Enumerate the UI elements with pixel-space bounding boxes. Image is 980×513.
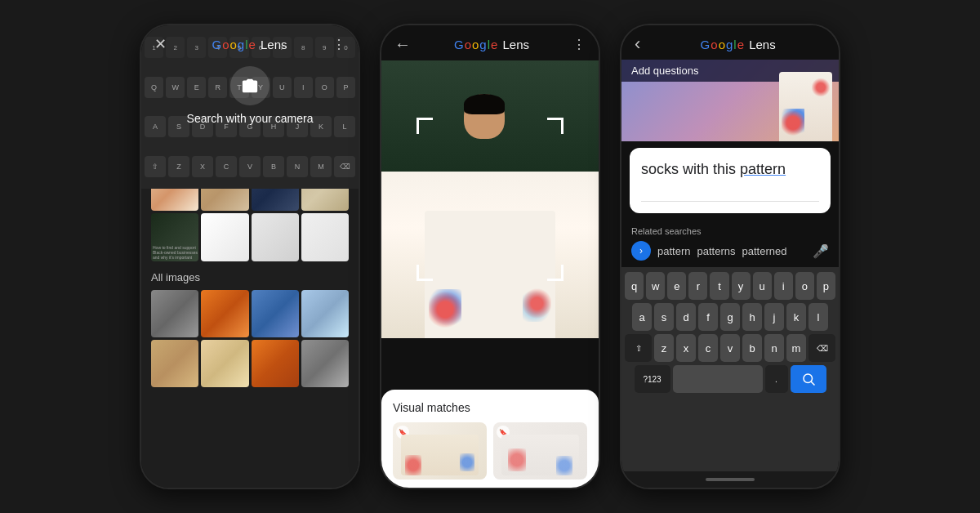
black-gap [381,338,599,390]
period-key[interactable]: . [765,365,788,393]
key-r[interactable]: r [688,272,707,300]
phone-1: 1234567890 QWERTYUIOP ASDFGHJKL ⇧ZXCVBNM… [140,24,360,489]
all-images-title: All images [151,271,200,283]
camera-search-area: Search with your camera [141,60,359,135]
key-f[interactable]: f [698,303,718,331]
screenshot-thumb-7[interactable] [252,213,299,261]
key-o[interactable]: o [795,272,814,300]
query-text: socks with this pattern [641,159,819,180]
key-s[interactable]: s [654,303,674,331]
phone-3: ‹ Google Lens Add questions socks with t… [620,24,840,489]
numbers-key[interactable]: ?123 [635,365,670,393]
key-i[interactable]: i [774,272,793,300]
key-g[interactable]: g [720,303,740,331]
query-card: socks with this pattern [630,148,831,213]
bottom-bar [621,471,839,488]
shift-key[interactable]: ⇧ [625,334,652,362]
image-thumb-2[interactable] [201,290,248,337]
go-button[interactable]: › [631,241,651,261]
image-thumb-3[interactable] [252,290,299,337]
back-icon[interactable]: ← [394,35,411,54]
all-images-header: All images [151,271,349,283]
suggestion-patterned[interactable]: patterned [742,245,786,257]
screenshot-thumb-8[interactable] [301,213,349,261]
search-label: Search with your camera [187,112,314,125]
suggestion-pattern[interactable]: pattern [657,245,690,257]
key-a[interactable]: a [632,303,652,331]
image-thumb-8[interactable] [301,340,349,387]
screenshot-thumb-5[interactable]: How to find and support Black-owned busi… [151,213,198,261]
google-lens-title: Google Lens [212,38,287,51]
key-z[interactable]: z [654,334,674,362]
image-thumb-4[interactable] [301,290,349,337]
shirt-preview [779,72,832,141]
related-searches-section: Related searches › pattern patterns patt… [621,220,839,267]
match-item-2[interactable]: 🔖 [493,422,587,480]
shirt [425,211,555,338]
key-n[interactable]: n [764,334,784,362]
key-m[interactable]: m [786,334,806,362]
visual-matches-title: Visual matches [393,401,587,414]
subject-photo [381,60,599,338]
camera-button[interactable] [230,66,270,105]
space-key[interactable] [673,365,763,393]
close-icon[interactable]: ✕ [154,35,167,53]
google-lens-title-2: Google Lens [454,38,529,51]
related-searches-title: Related searches [631,226,829,236]
phone3-header: ‹ Google Lens [621,25,839,60]
add-questions-label: Add questions [631,65,698,77]
image-thumb-7[interactable] [252,340,299,387]
menu-icon[interactable]: ⋮ [332,37,345,52]
key-u[interactable]: u [753,272,772,300]
back-icon-3[interactable]: ‹ [635,33,640,55]
image-thumb-6[interactable] [201,340,248,387]
match-item-1[interactable]: 🔖 [393,422,487,480]
menu-icon-2[interactable]: ⋮ [572,37,586,52]
key-w[interactable]: w [646,272,665,300]
query-underline: pattern [740,161,786,177]
image-thumb-1[interactable] [151,290,198,337]
backspace-key[interactable]: ⌫ [808,334,835,362]
image-thumb-5[interactable] [151,340,198,387]
key-b[interactable]: b [742,334,762,362]
key-v[interactable]: v [720,334,740,362]
keyboard-row-2: a s d f g h j k l [625,303,835,331]
keyboard: q w e r t y u i o p a s d f g h j k l ⇧ … [621,267,839,471]
key-d[interactable]: d [676,303,696,331]
key-c[interactable]: c [698,334,718,362]
screenshot-thumb-6[interactable] [201,213,248,261]
keyboard-row-3: ⇧ z x c v b n m ⌫ [625,334,835,362]
phone-2: ← Google Lens ⋮ [380,24,600,489]
phone3-image-area: Add questions [621,60,839,141]
person-head [464,94,505,139]
google-lens-title-3: Google Lens [650,38,826,51]
matches-row: 🔖 🔖 [393,422,587,480]
camera-viewfinder [381,60,599,338]
suggestion-patterns[interactable]: patterns [697,245,735,257]
all-images-grid [151,290,349,388]
key-x[interactable]: x [676,334,696,362]
keyboard-row-1: q w e r t y u i o p [625,272,835,300]
key-k[interactable]: k [786,303,806,331]
key-p[interactable]: p [817,272,835,300]
key-h[interactable]: h [742,303,762,331]
suggestions-row: › pattern patterns patterned 🎤 [631,241,829,261]
phone2-header: ← Google Lens ⋮ [381,25,599,60]
key-j[interactable]: j [764,303,784,331]
key-t[interactable]: t [710,272,728,300]
key-q[interactable]: q [625,272,644,300]
visual-matches-card: Visual matches 🔖 🔖 [381,390,599,488]
svg-point-0 [804,374,813,383]
keyboard-row-4: ?123 . [625,365,835,393]
phone1-header: ✕ Google Lens ⋮ [141,25,359,60]
mic-icon[interactable]: 🎤 [813,243,829,259]
home-indicator [706,478,755,481]
go-search-key[interactable] [791,365,826,393]
key-y[interactable]: y [732,272,751,300]
key-e[interactable]: e [667,272,686,300]
key-l[interactable]: l [808,303,828,331]
svg-line-1 [811,381,815,386]
